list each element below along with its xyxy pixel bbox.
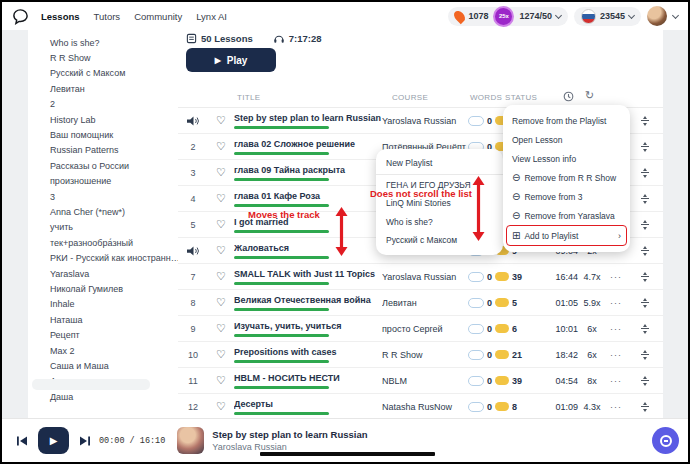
next-track-icon [79,435,91,447]
row-number: 12 [178,402,208,412]
lesson-title-cell[interactable]: глава 01 Кафе Роза [234,191,382,207]
previous-track-button[interactable] [16,435,28,447]
more-options-icon[interactable]: ··· [606,272,626,282]
drag-handle[interactable] [626,116,663,126]
context-menu-label: Add to Playlist [524,231,578,241]
user-avatar[interactable] [647,6,667,26]
sidebar-playlist-item[interactable]: R R Show [28,50,178,65]
nav-item-tutors[interactable]: Tutors [94,11,121,22]
context-menu-item-remove-from-r-r-show[interactable]: ⊖Remove from R R Show [503,168,630,187]
favorite-heart-icon[interactable]: ♡ [208,219,234,230]
word-stats: 08 [468,402,544,412]
sidebar-playlist-item[interactable]: Даша [28,389,178,404]
refresh-icon[interactable]: ↻ [585,89,595,102]
favorite-heart-icon[interactable]: ♡ [208,375,234,386]
favorite-heart-icon[interactable]: ♡ [208,349,234,360]
playlist-option[interactable]: New Playlist [376,154,503,173]
sidebar-playlist-item[interactable]: Рассказы о России [28,158,178,173]
sidebar-playlist-item[interactable]: Русский с Максом [28,66,178,81]
lesson-title-cell[interactable]: Prepositions with cases [234,347,382,363]
previous-track-icon [16,435,28,447]
drag-handle[interactable] [626,168,663,178]
sidebar-playlist-item[interactable]: Николай Гумилев [28,281,178,296]
drag-handle[interactable] [626,272,663,282]
context-menu-item-remove-from-3[interactable]: ⊖Remove from 3 [503,187,630,206]
lesson-title-cell[interactable]: Изучать, учить, учиться [234,321,382,337]
word-stats: 06 [468,324,544,334]
nav-item-lynx-ai[interactable]: Lynx AI [196,11,227,22]
more-options-icon[interactable]: ··· [606,350,626,360]
sidebar-playlist-item[interactable]: произношение [28,174,178,189]
sidebar-item-partial[interactable] [32,379,150,390]
sidebar-playlist-item[interactable]: учить [28,220,178,235]
drag-handle[interactable] [626,376,663,386]
player-play-button[interactable]: ▶ [38,427,69,454]
lesson-progress-bar [234,178,329,181]
chat-support-button[interactable] [652,427,679,454]
drag-handle[interactable] [626,246,663,256]
sidebar-playlist-item[interactable]: Inhale [28,297,178,312]
sidebar-playlist-item[interactable]: РКИ - Русский как иностранн… [28,250,178,265]
lesson-title-cell[interactable]: SMALL TALK with Just 11 Topics [234,269,382,285]
sidebar-playlist-item[interactable]: Russian Patterns [28,143,178,158]
favorite-heart-icon[interactable]: ♡ [208,141,234,152]
sidebar-playlist-item[interactable]: Наташа [28,312,178,327]
lesson-title-cell[interactable]: глава 09 Тайна раскрыта [234,165,382,181]
streak-pill[interactable]: 1078 25x 1274/50 [448,7,568,26]
context-menu-item-view-lesson-info[interactable]: View Lesson info [503,149,630,168]
lingqs-count: 0 [487,324,492,334]
favorite-heart-icon[interactable]: ♡ [208,167,234,178]
lingq-logo-icon[interactable] [12,8,29,25]
lesson-title-cell[interactable]: глава 02 Сложное решение [234,139,382,155]
lesson-title-cell[interactable]: Великая Отечественная война [234,295,382,311]
drag-handle[interactable] [626,402,663,412]
sidebar-playlist-item[interactable]: Левитан [28,81,178,96]
nav-item-lessons[interactable]: Lessons [41,11,80,22]
more-options-icon[interactable]: ··· [606,324,626,334]
nav-item-community[interactable]: Community [134,11,182,22]
clock-icon[interactable] [563,91,574,102]
context-menu-item-add-to-playlist[interactable]: ⊞Add to Playlist› [506,225,627,246]
more-options-icon[interactable]: ··· [606,402,626,412]
sidebar-playlist-item[interactable]: Max 2 [28,343,178,358]
sidebar-playlist-item[interactable]: 3 [28,189,178,204]
favorite-heart-icon[interactable]: ♡ [208,271,234,282]
favorite-heart-icon[interactable]: ♡ [208,193,234,204]
favorite-heart-icon[interactable]: ♡ [208,245,234,256]
drag-handle[interactable] [626,220,663,230]
sidebar-playlist-item[interactable]: Ваш помощник [28,127,178,142]
sidebar-playlist-item[interactable]: тек+разнообра́зный [28,235,178,250]
sidebar-playlist-item[interactable]: Anna Cher (*new*) [28,204,178,219]
favorite-heart-icon[interactable]: ♡ [208,115,234,126]
lesson-title-cell[interactable]: Жаловаться [234,243,382,259]
sidebar-playlist-item[interactable]: Саша и Маша [28,358,178,373]
sidebar-playlist-item[interactable]: Рецепт [28,327,178,342]
known-words-pill-icon [495,350,509,359]
favorite-heart-icon[interactable]: ♡ [208,297,234,308]
known-words-count: 39 [512,272,522,282]
chevron-down-icon[interactable] [672,11,679,18]
drag-handle[interactable] [626,194,663,204]
drag-handle[interactable] [626,142,663,152]
drag-handle[interactable] [626,298,663,308]
sidebar-playlist-item[interactable]: 2 [28,97,178,112]
sidebar-playlist-item[interactable]: Yaraslava [28,266,178,281]
context-menu-item-remove-from-yaraslava[interactable]: ⊖Remove from Yaraslava [503,206,630,225]
sidebar-playlist-item[interactable]: Who is she? [28,35,178,50]
lesson-title-cell[interactable]: HBLM - НОСИТЬ НЕСТИ [234,373,382,389]
annotation-does-not-scroll: Does not scroll the list [370,188,472,199]
context-menu-item-open-lesson[interactable]: Open Lesson [503,130,630,149]
favorite-heart-icon[interactable]: ♡ [208,323,234,334]
language-pill[interactable]: 23545 [574,7,641,26]
sidebar-playlist-item[interactable]: History Lab [28,112,178,127]
next-track-button[interactable] [79,435,91,447]
favorite-heart-icon[interactable]: ♡ [208,401,234,412]
lesson-title-cell[interactable]: Step by step plan to learn Russian [234,113,382,129]
drag-handle[interactable] [626,324,663,334]
play-all-button[interactable]: ▶ Play [186,48,276,72]
more-options-icon[interactable]: ··· [606,376,626,386]
context-menu-item-remove-from-the-playlist[interactable]: Remove from the Playlist [503,111,630,130]
more-options-icon[interactable]: ··· [606,298,626,308]
lesson-title-cell[interactable]: Десерты [234,399,382,415]
drag-handle[interactable] [626,350,663,360]
